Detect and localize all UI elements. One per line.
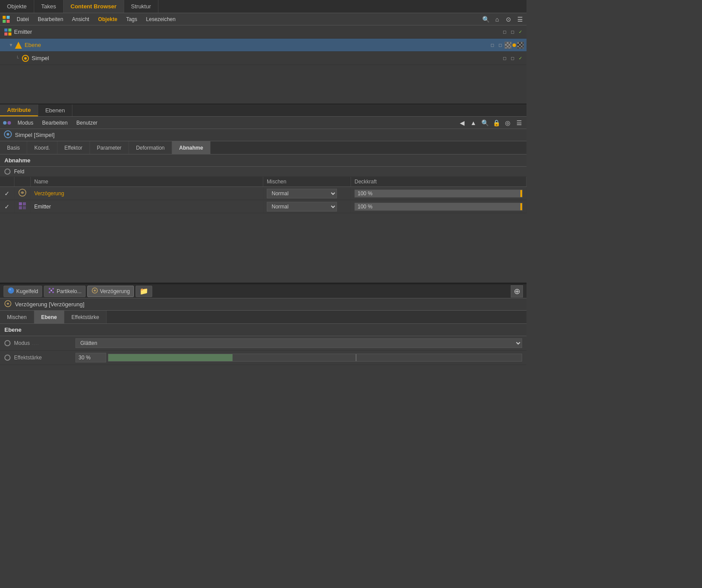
attr-more-icon[interactable]: ☰ [514,118,524,128]
detail-tab-mischen[interactable]: Mischen [0,311,34,323]
attr-back-icon[interactable]: ◀ [457,118,467,128]
ebene-expand[interactable]: ▼ [9,43,13,47]
effektstärke-radio[interactable] [4,355,11,361]
row1-checkbox[interactable]: ✓ [4,190,11,197]
tab-content-browser[interactable]: Content Browser [64,0,124,13]
modus-value[interactable]: Glätten [75,338,522,348]
svg-point-20 [8,287,14,294]
menu-lesezeichen[interactable]: Lesezeichen [142,15,180,23]
tab-koord[interactable]: Koord. [27,141,57,154]
attr-benutzer[interactable]: Benutzer [72,119,102,127]
emitter-name: Emitter [14,29,501,35]
field-tag-kugelfeld[interactable]: Kugelfeld [4,286,42,297]
add-field-right-button[interactable]: ⊕ [511,285,523,298]
detail-tab-ebene[interactable]: Ebene [34,311,64,323]
row1-check-cell[interactable]: ✓ [0,187,14,200]
row2-check-cell[interactable]: ✓ [0,200,14,213]
row2-value-bar[interactable]: 100 % [355,203,523,211]
detail-row-modus: Modus .... Glätten [0,336,526,351]
section-tabs: Attribute Ebenen [0,104,526,117]
simpel-vis[interactable]: ◻ [501,55,508,62]
ebene-vis[interactable]: ◻ [489,42,496,49]
ebene-checker2[interactable] [517,42,524,49]
attr-target-icon[interactable]: ◎ [503,118,512,128]
ebene-lock[interactable]: ◻ [497,42,504,49]
tab-basis[interactable]: Basis [0,141,27,154]
effektstärke-input[interactable] [75,353,106,362]
row1-mischen-cell[interactable]: Normal [263,187,351,200]
row1-value-fill [355,190,522,197]
row1-deckkraft-cell: 100 % [351,187,526,200]
field-add-icon: 📁 [140,287,148,295]
effektstärke-progress[interactable] [108,354,522,362]
menu-bearbeiten[interactable]: Bearbeiten [33,15,68,23]
row2-mischen-dropdown[interactable]: Normal [267,202,347,212]
row2-checkbox[interactable]: ✓ [4,203,11,210]
row1-mischen-select[interactable]: Normal [267,189,337,198]
attr-search-icon[interactable]: 🔍 [480,118,490,128]
tab-objekte[interactable]: Objekte [0,0,34,13]
field-tag-verzogerung[interactable]: Verzögerung [87,286,134,297]
field-tag-partikelo[interactable]: Partikelo... [44,286,86,297]
emitter-vis-toggle[interactable]: ◻ [501,29,508,36]
emitter-lock[interactable]: ◻ [509,29,516,36]
modus-radio[interactable] [4,340,11,346]
menu-datei[interactable]: Datei [12,15,33,23]
attr-modus[interactable]: Modus [13,119,38,127]
emitter-active[interactable]: ✓ [517,29,524,36]
attr-benutzer-label: Benutzer [76,120,97,126]
tab-abnahme-label: Abnahme [179,145,203,151]
menu-bearbeiten-label: Bearbeiten [38,16,63,22]
row1-value-cell: 100 % [355,190,523,197]
svg-rect-1 [7,16,10,19]
attr-icon [3,118,11,127]
th-name: Name [31,177,263,187]
svg-point-25 [52,291,54,293]
home-icon[interactable]: ⌂ [492,14,502,24]
menu-lesezeichen-label: Lesezeichen [146,16,176,22]
object-row-simpel[interactable]: └ Simpel ◻ ◻ ✓ [0,52,526,65]
search-icon[interactable]: 🔍 [481,14,491,24]
tab-parameter[interactable]: Parameter [90,141,129,154]
row2-value-label: 100 % [358,204,372,210]
th-mischen-label: Mischen [267,179,287,185]
simpel-active[interactable]: ✓ [517,55,524,62]
attr-lock-icon[interactable]: 🔒 [491,118,501,128]
svg-point-22 [49,288,50,290]
row2-mischen-select[interactable]: Normal [267,202,337,212]
detail-tab-effektstärke[interactable]: Effektstärke [64,311,107,323]
tab-abnahme[interactable]: Abnahme [172,141,211,154]
th-deckkraft-label: Deckkraft [355,179,377,185]
row1-value-label: 100 % [358,190,372,197]
detail-title-icon [4,299,12,309]
menu-tags[interactable]: Tags [122,15,141,23]
menu-extra-icon[interactable]: ☰ [515,14,525,24]
attr-bearbeiten[interactable]: Bearbeiten [38,119,72,127]
add-right-icon: ⊕ [514,287,520,296]
tab-struktur[interactable]: Struktur [124,0,159,13]
attr-forward-icon[interactable]: ▲ [469,118,478,128]
object-row-emitter[interactable]: Emitter ◻ ◻ ✓ [0,25,526,39]
kugelfeld-icon [7,287,14,295]
modus-dropdown[interactable]: Glätten [75,338,522,348]
tab-deformation[interactable]: Deformation [129,141,172,154]
tab-takes[interactable]: Takes [34,0,64,13]
tab-ebenen[interactable]: Ebenen [38,104,72,116]
simpel-lock[interactable]: ◻ [509,55,516,62]
feld-row: Feld [0,167,526,177]
attr-bearbeiten-label: Bearbeiten [42,120,68,126]
tab-attribute[interactable]: Attribute [0,104,38,116]
row1-value-bar[interactable]: 100 % [355,190,523,197]
feld-radio[interactable] [4,169,11,175]
menu-ansicht[interactable]: Ansicht [68,15,93,23]
link-icon[interactable]: ⊙ [504,14,513,24]
tab-ebenen-label: Ebenen [45,107,65,114]
row2-mischen-cell[interactable]: Normal [263,200,351,213]
tab-parameter-label: Parameter [97,145,122,151]
tab-effektor[interactable]: Effektor [57,141,90,154]
object-row-ebene[interactable]: ▼ Ebene ◻ ◻ [0,39,526,52]
field-add-button[interactable]: 📁 [136,286,152,297]
menu-objekte[interactable]: Objekte [93,15,122,23]
row1-mischen-dropdown[interactable]: Normal [267,189,347,198]
ebene-checker[interactable] [505,42,512,49]
